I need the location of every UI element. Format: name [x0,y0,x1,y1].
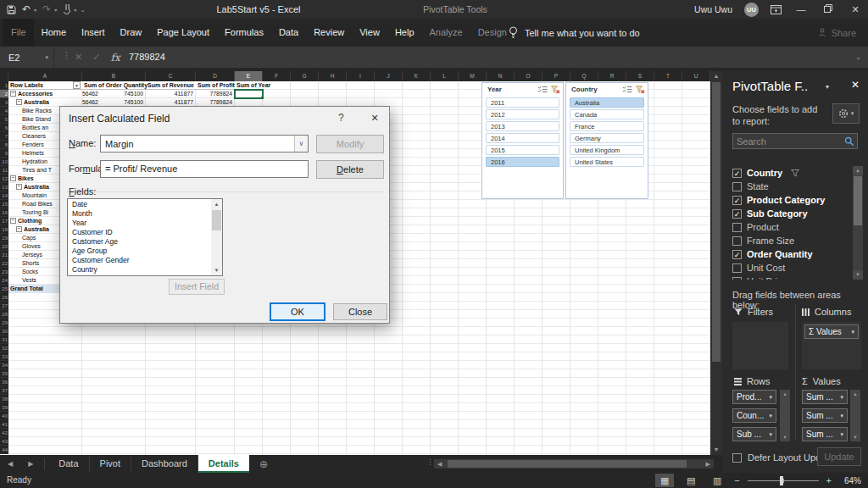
pivot-row-label[interactable]: Tires and T [22,166,52,175]
redo-caret-icon[interactable]: ▾ [54,7,57,13]
column-header-M[interactable]: M [459,71,487,81]
row-header-42[interactable]: 42 [0,429,8,437]
row-header-34[interactable]: 34 [0,361,8,369]
column-header-J[interactable]: J [375,71,403,81]
row-header-16[interactable]: 16 [0,208,8,217]
values-pill[interactable]: Sum ...▾ [802,390,848,404]
combo-dropdown-icon[interactable]: ∨ [294,136,308,152]
collapse-icon[interactable]: − [16,99,22,105]
column-header-L[interactable]: L [431,71,459,81]
fields-listbox[interactable]: DateMonthYearCustomer IDCustomer AgeAge … [67,198,223,276]
pivot-row-label[interactable]: −Accessories [10,90,53,98]
minimize-button[interactable]: — [793,4,809,14]
row-header-11[interactable]: 11 [0,166,8,175]
dialog-help-button[interactable]: ? [338,112,344,124]
ok-button[interactable]: OK [270,303,325,320]
row-header-3[interactable]: 3 [0,98,8,107]
new-sheet-icon[interactable]: ⊕ [249,458,278,470]
dialog-close-icon[interactable]: ✕ [364,110,386,125]
redo-icon[interactable]: ↷ [42,0,51,19]
dialog-field-item[interactable]: Date [69,200,210,209]
unchecked-checkbox[interactable] [732,277,742,280]
scroll-down-icon[interactable]: ▼ [710,445,722,455]
row-header-26[interactable]: 26 [0,293,8,302]
confirm-entry-icon[interactable]: ✓ [92,52,100,63]
pivot-row-label[interactable]: Vests [22,276,36,285]
row-header-1[interactable]: 1 [0,81,8,90]
column-header-I[interactable]: I [347,71,375,81]
modify-button[interactable]: Modify [316,135,384,153]
pivot-row-label[interactable]: Grand Total [10,285,43,293]
cancel-entry-icon[interactable]: ✕ [75,52,82,63]
pivot-row-label[interactable]: −Australia [16,225,49,234]
zoom-level[interactable]: 64% [839,476,861,485]
filters-drop-area[interactable] [732,322,788,369]
slicer-item[interactable]: United Kingdom [570,145,644,155]
ribbon-display-options-icon[interactable] [771,5,782,14]
column-header-N[interactable]: N [487,71,515,81]
restore-button[interactable] [821,4,836,14]
pivot-row-label[interactable]: Helmets [22,149,44,158]
row-header-30[interactable]: 30 [0,327,8,336]
dialog-field-item[interactable]: Month [69,209,210,219]
values-pill[interactable]: Sum ...▾ [802,427,848,441]
ribbon-tab-draw[interactable]: Draw [113,19,150,47]
pill-caret-icon[interactable]: ▾ [840,428,843,441]
zoom-slider[interactable] [748,480,819,481]
pane-field-product-category[interactable]: ✓Product Category [732,193,848,207]
tell-me-label[interactable]: Tell me what you want to do [525,28,640,38]
formula-field[interactable]: = Profit/ Revenue [100,160,309,178]
scroll-right-icon[interactable]: ▶ [706,459,710,469]
values-drop-area[interactable]: Sum ...▾Sum ...▾Sum ...▾ [802,390,848,446]
unchecked-checkbox[interactable] [732,236,742,246]
pivot-row-label[interactable]: −Australia [16,98,49,107]
scrollbar-resize-grip[interactable]: ⋮ [426,458,434,466]
column-header-G[interactable]: G [291,71,319,81]
slicer-item[interactable]: 2014 [486,133,559,143]
pivot-row-label[interactable]: Jerseys [22,251,42,259]
pivot-row-label[interactable]: Bike Stand [22,115,51,124]
pivot-row-label[interactable]: −Australia [16,183,49,191]
pivot-row-label[interactable]: Touring Bi [22,208,48,217]
slicer-item[interactable]: 2012 [486,109,559,119]
pane-field-country[interactable]: ✓Country [732,166,848,180]
row-header-17[interactable]: 17 [0,217,8,225]
pivot-row-label[interactable]: Cleaners [22,132,46,141]
unchecked-checkbox[interactable] [732,182,742,191]
sheet-tab-dashboard[interactable]: Dashboard [131,455,198,473]
update-button[interactable]: Update [817,447,861,466]
row-headers[interactable]: 1234567891011121314151617181920212223242… [0,81,8,454]
pivot-header-cell[interactable]: Sum of Revenue [147,81,194,90]
slicer-year[interactable]: Year201120122013201420152016 [481,82,564,199]
row-header-39[interactable]: 39 [0,403,8,412]
user-name[interactable]: Uwu Uwu [694,4,732,14]
row-header-13[interactable]: 13 [0,183,8,191]
rows-pill[interactable]: Sub ...▾ [732,427,776,441]
slicer-item[interactable]: Canada [570,109,644,119]
dialog-field-item[interactable]: Year [69,219,210,228]
listbox-scrollbar[interactable]: ▲ ▼ [211,199,222,275]
pill-caret-icon[interactable]: ▾ [840,409,843,422]
horizontal-scrollbar[interactable]: ◀ ▶ [434,459,714,469]
row-header-7[interactable]: 7 [0,132,8,141]
row-header-29[interactable]: 29 [0,319,8,327]
row-header-32[interactable]: 32 [0,344,8,352]
row-header-22[interactable]: 22 [0,259,8,268]
collapse-icon[interactable]: − [16,226,22,232]
save-icon[interactable] [7,5,16,14]
zoom-slider-thumb[interactable] [780,476,783,485]
close-button[interactable]: ✕ [848,4,863,15]
column-header-A[interactable]: A [8,71,82,81]
column-header-S[interactable]: S [626,71,654,81]
vertical-scrollbar[interactable]: ▲ ▼ [710,71,722,455]
ribbon-tab-home[interactable]: Home [34,19,74,47]
row-header-5[interactable]: 5 [0,115,8,124]
pivot-row-label[interactable]: Mountain [22,191,47,200]
dialog-field-item[interactable]: Country [69,265,210,274]
row-header-41[interactable]: 41 [0,420,8,429]
ribbon-tab-file[interactable]: File [3,19,34,47]
rows-drop-area[interactable]: Prod...▾Coun...▾Sub ...▾ [732,390,776,446]
touch-mode-caret-icon[interactable]: ▾ [74,7,76,13]
select-all-corner[interactable] [0,71,8,81]
columns-drop-area[interactable]: Σ Values▾ [802,322,861,369]
